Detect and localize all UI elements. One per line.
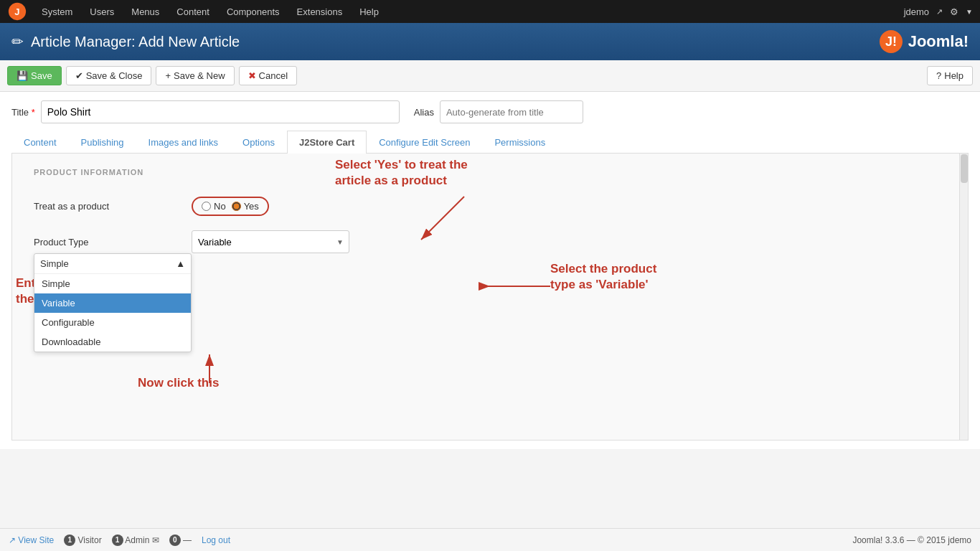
external-link-icon: ↗ (936, 7, 943, 17)
alias-field-group: Alias (414, 100, 583, 123)
visitor-badge: 1 (64, 534, 75, 546)
alias-input[interactable] (440, 100, 583, 123)
admin-label: Admin (125, 534, 149, 545)
top-navigation: J System Users Menus Content Components … (0, 0, 980, 23)
gear-icon[interactable]: ⚙ (950, 6, 958, 17)
scrollbar-track[interactable] (959, 154, 968, 440)
page-title: Article Manager: Add New Article (31, 34, 240, 50)
dropdown-header-text: Simple (40, 258, 69, 269)
nav-help[interactable]: Help (351, 0, 387, 23)
tab-content[interactable]: Content (11, 131, 69, 154)
view-site-label: View Site (18, 535, 54, 545)
joomla-logo: J! Joomla! (878, 29, 969, 55)
product-type-control: Simple Simple Variable Configurable Down… (192, 230, 349, 253)
nav-menus[interactable]: Menus (123, 0, 168, 23)
version-text: Joomla! 3.3.6 — © 2015 jdemo (852, 535, 971, 545)
title-row: Title * Alias (11, 100, 969, 123)
product-type-label: Product Type (34, 237, 177, 248)
radio-no-label: No (214, 201, 226, 212)
nav-extensions[interactable]: Extensions (288, 0, 352, 23)
yes-no-radio: No Yes (192, 197, 269, 216)
nav-system[interactable]: System (33, 0, 81, 23)
tab-publishing[interactable]: Publishing (69, 131, 136, 154)
check-icon: ✔ (75, 70, 83, 81)
plus-icon: + (165, 70, 171, 81)
product-info-section: PRODUCT INFORMATION Treat as a product N… (12, 154, 968, 339)
arrow-to-button (195, 347, 238, 390)
dropdown-item-configurable[interactable]: Configurable (34, 313, 191, 332)
product-type-select[interactable]: Simple Simple Variable Configurable Down… (192, 230, 349, 253)
radio-no-option[interactable]: No (202, 201, 226, 212)
title-input[interactable] (41, 100, 400, 123)
title-label-text: Title (11, 107, 29, 118)
edit-pencil-icon: ✏ (11, 33, 24, 50)
msg-badge: 0 (169, 534, 181, 546)
title-field-group: Title * (11, 100, 400, 123)
cancel-label: Cancel (259, 70, 288, 81)
dropdown-item-simple[interactable]: Simple (34, 274, 191, 293)
radio-no[interactable] (202, 202, 211, 211)
question-icon: ? (936, 70, 941, 81)
header-bar: ✏ Article Manager: Add New Article J! Jo… (0, 23, 980, 60)
product-type-row: Product Type Simple Simple Variable Conf… (34, 230, 946, 253)
title-label: Title * (11, 107, 35, 118)
footer-right: Joomla! 3.3.6 — © 2015 jdemo (852, 535, 971, 545)
visitor-section: 1 Visitor (64, 534, 101, 546)
user-name[interactable]: jdemo (904, 6, 929, 17)
treat-as-product-row: Treat as a product No Yes (34, 197, 946, 216)
caret-icon: ▼ (966, 8, 973, 16)
nav-content[interactable]: Content (168, 0, 218, 23)
svg-text:J!: J! (885, 34, 897, 49)
logout-link[interactable]: Log out (202, 535, 230, 545)
footer: ↗ View Site 1 Visitor 1 Admin ✉ 0 — Log … (0, 528, 980, 551)
save-close-button[interactable]: ✔ Save & Close (66, 66, 152, 85)
cancel-button[interactable]: ✖ Cancel (239, 66, 297, 85)
save-button[interactable]: 💾 Save (7, 66, 62, 85)
joomla-logo-icon: J! (878, 29, 904, 55)
tab-permissions[interactable]: Permissions (482, 131, 557, 154)
save-new-button[interactable]: + Save & New (156, 66, 234, 85)
save-close-label: Save & Close (86, 70, 143, 81)
footer-left: ↗ View Site 1 Visitor 1 Admin ✉ 0 — Log … (9, 534, 230, 546)
save-label: Save (31, 70, 52, 81)
visitor-label: Visitor (78, 534, 102, 545)
tab-images[interactable]: Images and links (136, 131, 231, 154)
help-label: Help (944, 70, 963, 81)
tabs-bar: Content Publishing Images and links Opti… (11, 131, 969, 154)
scrollbar-thumb[interactable] (961, 154, 968, 183)
annotation-now-click: Now click this (138, 376, 219, 390)
msg-section: 0 — (169, 534, 192, 546)
mail-icon: ✉ (152, 534, 159, 545)
admin-section: 1 Admin ✉ (112, 534, 159, 546)
save-floppy-icon: 💾 (17, 70, 28, 81)
tab-options[interactable]: Options (230, 131, 287, 154)
radio-yes-option[interactable]: Yes (232, 201, 259, 212)
radio-yes-label: Yes (244, 201, 259, 212)
content-area: Title * Alias Content Publishing Images … (0, 92, 980, 449)
dropdown-scroll-up[interactable]: ▲ (176, 258, 185, 269)
nav-components[interactable]: Components (218, 0, 288, 23)
radio-yes[interactable] (232, 202, 241, 211)
top-right-nav: jdemo ↗ ⚙ ▼ (904, 6, 973, 17)
toolbar-left: 💾 Save ✔ Save & Close + Save & New ✖ Can… (7, 66, 297, 85)
nav-items: System Users Menus Content Components Ex… (33, 0, 904, 23)
dropdown-item-variable[interactable]: Variable (34, 293, 191, 313)
dropdown-item-downloadable[interactable]: Downloadable (34, 332, 191, 352)
header-title-area: ✏ Article Manager: Add New Article (11, 33, 240, 50)
dropdown-header: Simple ▲ (34, 254, 191, 274)
treat-label: Treat as a product (34, 201, 177, 212)
required-marker: * (32, 107, 35, 118)
dash-sep: — (183, 534, 192, 545)
toolbar: 💾 Save ✔ Save & Close + Save & New ✖ Can… (0, 60, 980, 92)
joomla-top-icon: J (7, 1, 27, 22)
view-site-link[interactable]: ↗ View Site (9, 535, 54, 545)
svg-text:J: J (14, 6, 19, 17)
save-new-label: Save & New (174, 70, 225, 81)
section-header: PRODUCT INFORMATION (34, 168, 946, 182)
main-panel: PRODUCT INFORMATION Treat as a product N… (11, 154, 969, 441)
tab-configure[interactable]: Configure Edit Screen (367, 131, 482, 154)
nav-users[interactable]: Users (81, 0, 123, 23)
help-button[interactable]: ? Help (927, 66, 973, 85)
tab-j2store[interactable]: J2Store Cart (287, 131, 367, 154)
product-type-dropdown: Simple ▲ Simple Variable Configurable Do… (34, 253, 192, 352)
